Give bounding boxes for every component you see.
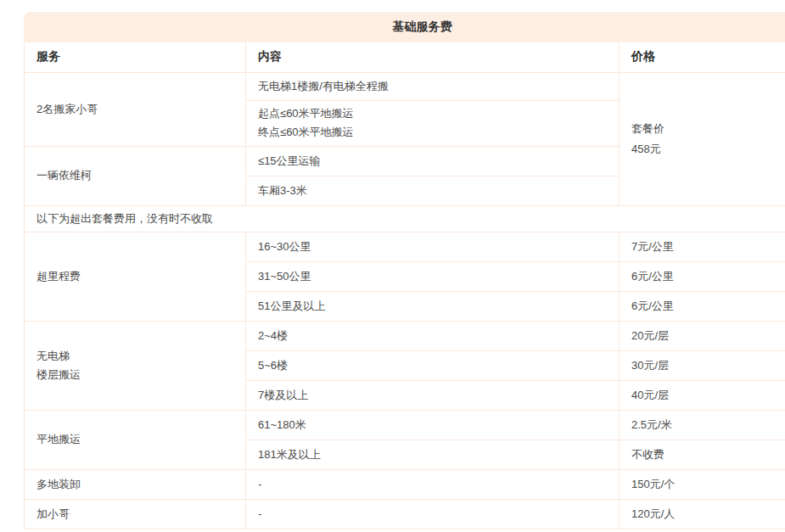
table-row: 无电梯 楼层搬运 2~4楼 20元/层 xyxy=(25,321,785,350)
cell-content: 16~30公里 xyxy=(246,232,620,261)
cell-content: - xyxy=(246,499,620,529)
cell-content: - xyxy=(246,469,620,499)
package-price-label: 套餐价 xyxy=(631,119,785,139)
cell-price: 7元/公里 xyxy=(620,232,785,261)
table-row: 加小哥 - 120元/人 xyxy=(25,499,785,529)
table-title-band: 基础服务费 xyxy=(24,12,785,42)
surcharge-note-row: 以下为超出套餐费用，没有时不收取 xyxy=(25,205,785,232)
table-row: 2名搬家小哥 无电梯1楼搬/有电梯全程搬 套餐价 458元 xyxy=(25,72,785,100)
cell-service-van: 一辆依维柯 xyxy=(25,146,246,205)
table-row: 多地装卸 - 150元/个 xyxy=(25,469,785,499)
cell-price: 6元/公里 xyxy=(620,261,785,291)
surcharge-note: 以下为超出套餐费用，没有时不收取 xyxy=(25,205,785,232)
cell-content: 5~6楼 xyxy=(246,350,620,380)
cell-content: 51公里及以上 xyxy=(246,291,620,321)
cell-content: 181米及以上 xyxy=(246,440,620,469)
column-header-price: 价格 xyxy=(620,42,785,72)
table-row: 超里程费 16~30公里 7元/公里 xyxy=(25,232,785,261)
cell-content: 31~50公里 xyxy=(246,261,620,291)
cell-price: 30元/层 xyxy=(620,350,785,380)
cell-price: 2.5元/米 xyxy=(620,410,785,440)
pricing-grid: 服务 内容 价格 2名搬家小哥 无电梯1楼搬/有电梯全程搬 套餐价 458元 起… xyxy=(24,42,785,529)
column-header-content: 内容 xyxy=(246,42,620,72)
cell-service-mileage: 超里程费 xyxy=(25,232,246,321)
table-row: 平地搬运 61~180米 2.5元/米 xyxy=(25,410,785,440)
flat-carry-end: 终点≤60米平地搬运 xyxy=(258,123,607,142)
cell-price: 120元/人 xyxy=(620,499,785,529)
cell-content: 7楼及以上 xyxy=(246,380,620,410)
flat-carry-start: 起点≤60米平地搬运 xyxy=(258,104,607,123)
cell-service-extra-mover: 加小哥 xyxy=(25,499,246,529)
cell-service-floors: 无电梯 楼层搬运 xyxy=(25,321,246,410)
cell-content-flat-carry: 起点≤60米平地搬运 终点≤60米平地搬运 xyxy=(246,100,620,146)
cell-price: 40元/层 xyxy=(620,380,785,410)
cell-service-ground: 平地搬运 xyxy=(25,410,246,469)
column-header-service: 服务 xyxy=(25,42,246,72)
cell-price: 150元/个 xyxy=(620,469,785,499)
cell-price: 不收费 xyxy=(620,440,785,469)
table-title: 基础服务费 xyxy=(393,20,452,35)
package-price-value: 458元 xyxy=(631,139,785,160)
column-header-row: 服务 内容 价格 xyxy=(25,42,785,72)
floors-service-line1: 无电梯 xyxy=(36,347,233,366)
cell-content: 61~180米 xyxy=(246,410,620,440)
cell-price: 20元/层 xyxy=(620,321,785,350)
cell-service-movers: 2名搬家小哥 xyxy=(25,72,246,146)
cell-package-price: 套餐价 458元 xyxy=(620,72,785,205)
cell-content-elevator: 无电梯1楼搬/有电梯全程搬 xyxy=(246,72,620,100)
cell-service-multi-location: 多地装卸 xyxy=(25,469,246,499)
cell-content-transport: ≤15公里运输 xyxy=(246,146,620,176)
cell-content: 2~4楼 xyxy=(246,321,620,350)
pricing-table: 基础服务费 服务 内容 价格 2名搬家小哥 无电梯1楼搬/有电梯全程搬 套餐价 … xyxy=(24,12,785,529)
floors-service-line2: 楼层搬运 xyxy=(36,366,233,384)
cell-content-cargo-box: 车厢3-3米 xyxy=(246,176,620,205)
cell-price: 6元/公里 xyxy=(620,291,785,321)
